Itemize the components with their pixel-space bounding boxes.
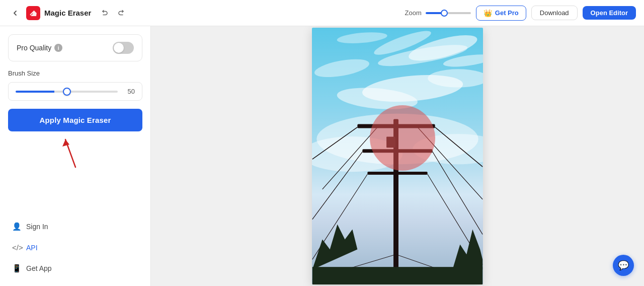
get-app-link[interactable]: 📱 Get App [8,259,142,278]
sidebar-bottom: 👤 Sign In </> API 📱 Get App [8,213,142,278]
svg-marker-1 [62,139,69,147]
brush-size-label: Brush Size [8,69,142,77]
open-editor-button[interactable]: Open Editor [583,6,636,20]
arrow-icon [60,134,91,170]
brush-size-value: 50 [123,88,135,95]
person-icon: 👤 [12,222,21,231]
image-canvas[interactable] [312,28,483,284]
apply-magic-eraser-button[interactable]: Apply Magic Eraser [8,109,142,131]
sign-in-link[interactable]: 👤 Sign In [8,217,142,236]
back-icon [11,9,19,17]
body: Pro Quality i Brush Size 50 Apply Magic … [0,26,644,286]
download-label: Download [540,9,569,17]
redo-button[interactable] [114,6,128,20]
info-icon[interactable]: i [54,44,62,52]
svg-line-19 [323,127,377,189]
zoom-label: Zoom [405,9,422,17]
app-title: Magic Eraser [44,9,91,17]
svg-line-22 [312,152,363,219]
main-canvas-area: 💬 [151,26,644,286]
crown-icon: 👑 [484,9,492,17]
header: Magic Eraser Zoom 👑 Get Pro [0,0,644,26]
brush-stroke-circle [370,105,435,171]
pro-quality-card: Pro Quality i [8,34,142,61]
pro-quality-label-group: Pro Quality i [17,44,62,52]
download-button[interactable]: Download [531,6,578,20]
svg-rect-29 [312,267,482,284]
sky-background [312,28,483,284]
redo-icon [118,9,125,17]
header-left: Magic Eraser [8,6,128,20]
svg-line-23 [433,152,483,234]
brush-section: Brush Size 50 [8,69,142,101]
get-app-label: Get App [26,264,52,272]
svg-point-6 [337,31,388,45]
pro-quality-toggle[interactable] [113,42,134,54]
svg-line-20 [435,127,483,167]
eraser-icon [29,9,38,18]
brush-size-slider[interactable] [16,91,118,93]
brush-slider-row: 50 [8,82,142,101]
get-pro-button[interactable]: 👑 Get Pro [476,6,526,21]
open-editor-label: Open Editor [591,9,628,17]
sign-in-label: Sign In [26,223,48,231]
svg-line-18 [312,127,358,160]
phone-icon: 📱 [12,264,21,273]
svg-rect-17 [367,172,427,175]
undo-button[interactable] [97,6,111,20]
zoom-slider[interactable] [426,12,471,14]
nav-buttons [97,6,128,20]
toggle-knob [114,43,124,53]
sidebar: Pro Quality i Brush Size 50 Apply Magic … [0,26,151,286]
arrow-annotation [8,139,142,180]
undo-icon [101,9,108,17]
chat-icon: 💬 [618,260,629,271]
code-icon: </> [12,243,21,252]
chat-button[interactable]: 💬 [613,255,634,276]
api-label: API [26,244,38,252]
app-logo [26,6,40,20]
api-link[interactable]: </> API [8,238,142,257]
pro-quality-text: Pro Quality [17,44,51,52]
header-right: Zoom 👑 Get Pro Download Open Editor [405,6,636,21]
zoom-control: Zoom [405,9,471,17]
svg-point-10 [313,56,370,81]
get-pro-label: Get Pro [495,9,519,17]
back-button[interactable] [8,6,22,20]
